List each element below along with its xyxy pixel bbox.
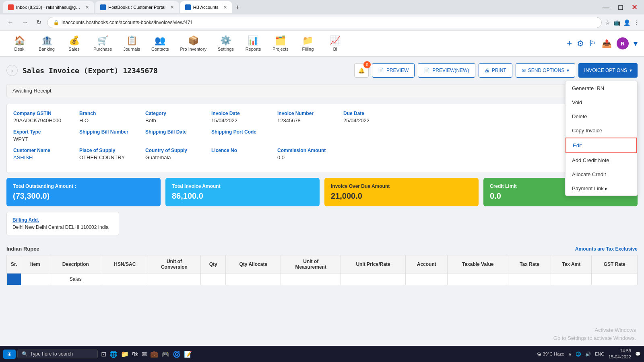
cell-tax-amt	[551, 274, 592, 285]
projects-icon: 🗂️	[275, 35, 286, 46]
field-shipping-bill-number: Shipping Bill Number	[79, 129, 136, 142]
address-field[interactable]: 🔒 inaccounts.hostbooks.com/accounts-book…	[47, 17, 602, 28]
nav-item-settings[interactable]: ⚙️ Settings	[213, 33, 239, 54]
more-icon[interactable]: ⋮	[634, 19, 639, 26]
maximize-button[interactable]: □	[615, 3, 626, 12]
company-gstin-value: 29AADCK7940H000	[13, 117, 70, 123]
reports-label: Reports	[246, 47, 261, 51]
tab-gmail-label: Inbox (8,213) - rakshithasu@gm...	[16, 5, 80, 10]
field-export-type: Export Type WPYT	[13, 129, 70, 142]
nav-right: + ⚙ 🏳 📤 R ▾	[567, 37, 638, 49]
nav-items: 🏠 Desk 🏦 Banking 💰 Sales 🛒 Purchase 📋 Jo…	[6, 33, 348, 54]
forward-button[interactable]: →	[19, 18, 31, 27]
desk-label: Desk	[14, 47, 24, 51]
menu-item-void[interactable]: Void	[566, 95, 637, 109]
nav-item-sales[interactable]: 💰 Sales	[61, 33, 87, 54]
place-of-supply-value: OTHER COUNTRY	[79, 154, 136, 160]
invoice-options-dropdown: Generate IRN Void Delete Copy Invoice Ed…	[565, 81, 638, 196]
nav-item-desk[interactable]: 🏠 Desk	[6, 33, 32, 54]
close-button[interactable]: ✕	[628, 3, 641, 12]
menu-item-delete[interactable]: Delete	[566, 109, 637, 123]
col-item: Item	[21, 255, 49, 274]
status-bar: Awaiting Receipt	[6, 84, 638, 97]
billing-title[interactable]: Billing Add.	[12, 217, 113, 223]
menu-item-copy-invoice[interactable]: Copy Invoice	[566, 123, 637, 138]
menu-item-add-credit-note[interactable]: Add Credit Note	[566, 153, 637, 167]
chevron-down-icon[interactable]: ▾	[634, 39, 638, 48]
cell-uom	[281, 274, 341, 285]
flag-icon[interactable]: 🏳	[589, 39, 597, 48]
nav-item-purchase[interactable]: 🛒 Purchase	[89, 33, 117, 54]
col-account: Account	[406, 255, 448, 274]
main-content: ‹ Sales Invoice (Export) 12345678 🔔 0 📄 …	[0, 57, 644, 314]
col-sr: Sr.	[7, 255, 21, 274]
print-button[interactable]: 🖨 PRINT	[479, 63, 512, 78]
cell-tax-rate	[508, 274, 551, 285]
print-icon: 🖨	[485, 68, 489, 73]
invoice-table: Sr. Item Description HSN/SAC Unit ofConv…	[6, 255, 638, 285]
filling-label: Filling	[302, 47, 314, 51]
field-customer-name: Customer Name ASHISH	[13, 148, 70, 160]
col-taxable-value: Taxable Value	[448, 255, 508, 274]
avatar[interactable]: R	[617, 37, 629, 49]
reload-button[interactable]: ↻	[34, 18, 44, 27]
minimize-button[interactable]: —	[599, 3, 613, 12]
purchase-icon: 🛒	[97, 35, 108, 46]
notification-button[interactable]: 🔔 0	[354, 63, 369, 78]
nav-item-pro-inventory[interactable]: 📦 Pro Inventory	[175, 33, 211, 54]
field-company-gstin: Company GSTIN 29AADCK7940H000	[13, 111, 70, 123]
share-icon[interactable]: 📤	[602, 39, 612, 48]
currency-row: Indian Rupee Amounts are Tax Exclusive	[6, 246, 638, 252]
menu-item-generate-irn[interactable]: Generate IRN	[566, 81, 637, 95]
nav-item-filling[interactable]: 📁 Filling	[295, 33, 321, 54]
menu-item-payment-link[interactable]: Payment Link ▸	[566, 181, 637, 195]
preview-new-button[interactable]: 📄 PREVIEW(NEW)	[418, 63, 475, 78]
cast-icon[interactable]: 📺	[613, 19, 620, 26]
contacts-icon: 👥	[155, 35, 165, 46]
preview-button[interactable]: 📄 PREVIEW	[372, 63, 415, 78]
add-button[interactable]: +	[567, 38, 572, 49]
preview-new-label: PREVIEW(NEW)	[432, 68, 469, 73]
settings-gear-icon[interactable]: ⚙	[577, 39, 584, 48]
nav-item-projects[interactable]: 🗂️ Projects	[268, 33, 293, 54]
tab-gmail[interactable]: Inbox (8,213) - rakshithasu@gm... ✕	[3, 1, 94, 13]
send-chevron-icon: ▾	[567, 68, 569, 73]
summary-card-outstanding: Total Outstanding Amount : (73,300.0)	[6, 178, 161, 206]
back-button[interactable]: ←	[5, 18, 16, 27]
menu-item-allocate-credit[interactable]: Allocate Credit	[566, 167, 637, 181]
tab-hostbooks[interactable]: HostBooks : Customer Portal ✕	[95, 1, 179, 13]
currency-label: Indian Rupee	[6, 246, 39, 252]
top-nav: 🏠 Desk 🏦 Banking 💰 Sales 🛒 Purchase 📋 Jo…	[0, 31, 644, 57]
tab-hostbooks-label: HostBooks : Customer Portal	[108, 5, 165, 10]
commission-amount-value: 0.0	[277, 154, 334, 160]
field-category: Category Both	[145, 111, 202, 123]
menu-item-edit[interactable]: Edit	[566, 138, 637, 153]
cell-description: Sales	[49, 274, 102, 285]
nav-item-journals[interactable]: 📋 Journals	[118, 33, 145, 54]
tab-gmail-close[interactable]: ✕	[85, 5, 89, 10]
header-actions: 🔔 0 📄 PREVIEW 📄 PREVIEW(NEW) 🖨 PRINT ✉ S…	[354, 63, 638, 78]
send-options-button[interactable]: ✉ SEND OPTIONS ▾	[516, 63, 576, 78]
outstanding-label: Total Outstanding Amount :	[13, 183, 154, 189]
overdue-label: Invoice Over Due Amount	[331, 183, 472, 189]
tab-hb-accounts-close[interactable]: ✕	[223, 5, 227, 10]
preview-new-icon: 📄	[424, 68, 430, 73]
profile-icon[interactable]: 👤	[623, 19, 630, 26]
tab-hostbooks-close[interactable]: ✕	[170, 5, 174, 10]
overdue-value: 21,000.0	[331, 191, 472, 201]
banking-icon: 🏦	[41, 35, 52, 46]
nav-item-contacts[interactable]: 👥 Contacts	[147, 33, 173, 54]
nav-item-reports[interactable]: 📊 Reports	[240, 33, 266, 54]
nav-item-bi[interactable]: 📈 BI	[322, 33, 348, 54]
summary-cards: Total Outstanding Amount : (73,300.0) To…	[6, 178, 638, 206]
new-tab-button[interactable]: +	[233, 4, 242, 11]
send-label: SEND OPTIONS	[528, 68, 565, 73]
customer-name-value: ASHISH	[13, 154, 70, 160]
url-text: inaccounts.hostbooks.com/accounts-books/…	[62, 20, 193, 25]
nav-item-banking[interactable]: 🏦 Banking	[34, 33, 60, 54]
contacts-label: Contacts	[151, 47, 169, 51]
bookmark-icon[interactable]: ☆	[605, 19, 610, 26]
invoice-options-button[interactable]: INVOICE OPTIONS ▾	[578, 63, 638, 78]
back-page-button[interactable]: ‹	[6, 65, 18, 76]
tab-hb-accounts[interactable]: HB Accounts ✕	[180, 1, 232, 13]
